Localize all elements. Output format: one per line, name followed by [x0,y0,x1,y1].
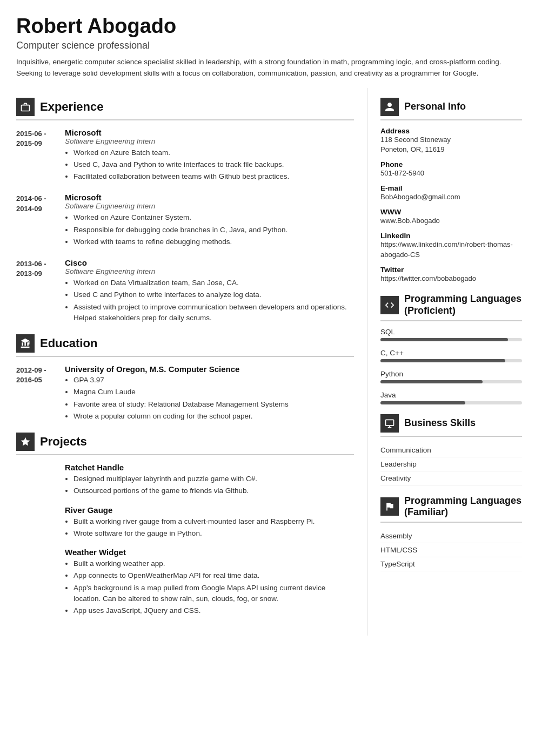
project-bullets-3: Built a working weather app. App connect… [65,558,354,616]
projects-section: Projects Ratchet Handle Designed multipl… [16,433,354,616]
two-col-layout: Experience 2015-06 - 2015-09 Microsoft S… [0,88,535,636]
bullet: App connects to OpenWeatherMap API for r… [73,570,354,581]
experience-role-3: Software Engineering Intern [65,267,354,275]
info-phone-value: 501-872-5940 [380,168,522,179]
candidate-subtitle: Computer science professional [16,40,519,51]
skill-java-bar-fill [380,401,465,404]
education-content-1: University of Oregon, M.S. Computer Scie… [65,364,354,423]
bullet: App's background is a map pulled from Go… [73,583,354,605]
education-entry-1: 2012-09 - 2016-05 University of Oregon, … [16,364,354,423]
person-icon [384,102,395,112]
experience-date-1: 2015-06 - 2015-09 [16,128,65,184]
experience-entry-3: 2013-06 - 2013-09 Cisco Software Enginee… [16,258,354,325]
info-twitter: Twitter https://twitter.com/bobabogado [380,266,522,284]
info-address-label: Address [380,127,522,135]
business-skills-title: Business Skills [404,417,476,429]
familiar-langs-title: Programming Languages (Familiar) [404,495,522,518]
proficient-langs-title: Programming Languages (Proficient) [404,293,522,316]
experience-role-1: Software Engineering Intern [65,137,354,145]
business-skill-leadership: Leadership [380,457,522,471]
experience-content-1: Microsoft Software Engineering Intern Wo… [65,128,354,184]
skill-sql-label: SQL [380,328,522,336]
projects-title: Projects [40,435,87,449]
info-linkedin: LinkedIn https://www.linkedin.com/in/rob… [380,232,522,260]
project-entry-3: Weather Widget Built a working weather a… [16,548,354,616]
bullet: Responsible for debugging code branches … [73,225,354,235]
bullet: Assisted with project to improve communi… [73,302,354,324]
personal-info-header: Personal Info [380,98,522,120]
skill-java-label: Java [380,391,522,399]
personal-info-section: Personal Info Address 118 Second Stonewa… [380,98,522,284]
bullet: Designed multiplayer labyrinth and puzzl… [73,474,354,484]
info-linkedin-value: https://www.linkedin.com/in/robert-thoma… [380,240,522,260]
right-column: Personal Info Address 118 Second Stonewa… [367,88,535,636]
experience-entry-2: 2014-06 - 2014-09 Microsoft Software Eng… [16,193,354,248]
skill-sql-bar-bg [380,338,522,341]
experience-date-3: 2013-06 - 2013-09 [16,258,65,325]
info-www: WWW www.Bob.Abogado [380,208,522,226]
bullet: Outsourced portions of the game to frien… [73,485,354,496]
experience-content-3: Cisco Software Engineering Intern Worked… [65,258,354,325]
candidate-summary: Inquisitive, energetic computer science … [16,57,519,79]
bullet: App uses JavaScript, JQuery and CSS. [73,605,354,616]
skill-c-bar-bg [380,359,522,362]
info-email-label: E-mail [380,184,522,192]
projects-icon [16,433,35,451]
bullet: Worked with teams to refine debugging me… [73,237,354,247]
info-twitter-value: https://twitter.com/bobabogado [380,274,522,284]
monitor-icon [384,418,395,429]
header-section: Robert Abogado Computer science professi… [0,0,535,88]
personal-info-title: Personal Info [404,101,466,113]
experience-bullets-3: Worked on Data Virtualization team, San … [65,278,354,323]
bullet: GPA 3.97 [73,375,354,386]
familiar-lang-typescript: TypeScript [380,557,522,571]
education-section: Education 2012-09 - 2016-05 University o… [16,334,354,423]
experience-section-header: Experience [16,98,354,120]
experience-date-2: 2014-06 - 2014-09 [16,193,65,248]
projects-section-header: Projects [16,433,354,455]
familiar-langs-icon [380,497,399,516]
education-bullets-1: GPA 3.97 Magna Cum Laude Favorite area o… [65,375,354,422]
candidate-name: Robert Abogado [16,15,519,38]
info-www-label: WWW [380,208,522,216]
experience-icon [16,98,35,116]
experience-bullets-1: Worked on Azure Batch team. Used C, Java… [65,147,354,183]
bullet: Worked on Azure Container System. [73,212,354,223]
bullet: Magna Cum Laude [73,387,354,397]
skill-python: Python [380,370,522,383]
resume-wrapper: Robert Abogado Computer science professi… [0,0,535,636]
bullet: Used C and Python to write interfaces to… [73,289,354,300]
briefcase-icon [20,102,31,112]
education-title: Education [40,336,97,350]
bullet: Wrote software for the gauge in Python. [73,528,354,539]
education-institution-1: University of Oregon, M.S. Computer Scie… [65,364,354,374]
bullet: Worked on Data Virtualization team, San … [73,278,354,288]
skill-sql-bar-fill [380,338,508,341]
business-skills-header: Business Skills [380,414,522,437]
info-address: Address 118 Second StonewayPoneton, OR, … [380,127,522,156]
familiar-lang-htmlcss: HTML/CSS [380,543,522,557]
project-bullets-2: Built a working river gauge from a culve… [65,516,354,539]
bullet: Wrote a popular column on coding for the… [73,411,354,422]
education-section-header: Education [16,334,354,357]
project-bullets-1: Designed multiplayer labyrinth and puzzl… [65,474,354,497]
graduation-icon [20,338,31,349]
business-skills-section: Business Skills Communication Leadership… [380,414,522,485]
business-skill-communication: Communication [380,443,522,457]
info-www-value: www.Bob.Abogado [380,216,522,226]
info-linkedin-label: LinkedIn [380,232,522,240]
bullet: Built a working weather app. [73,558,354,569]
experience-company-1: Microsoft [65,128,354,137]
business-skill-creativity: Creativity [380,471,522,485]
flag-icon [384,501,395,512]
project-entry-1: Ratchet Handle Designed multiplayer laby… [16,463,354,497]
info-email-value: BobAbogado@gmail.com [380,192,522,202]
experience-company-3: Cisco [65,258,354,267]
experience-entry-1: 2015-06 - 2015-09 Microsoft Software Eng… [16,128,354,184]
info-address-value: 118 Second StonewayPoneton, OR, 11619 [380,135,522,156]
project-title-1: Ratchet Handle [65,463,354,472]
experience-role-2: Software Engineering Intern [65,202,354,210]
education-date-1: 2012-09 - 2016-05 [16,364,65,423]
familiar-langs-header: Programming Languages (Familiar) [380,495,522,523]
info-twitter-label: Twitter [380,266,522,274]
